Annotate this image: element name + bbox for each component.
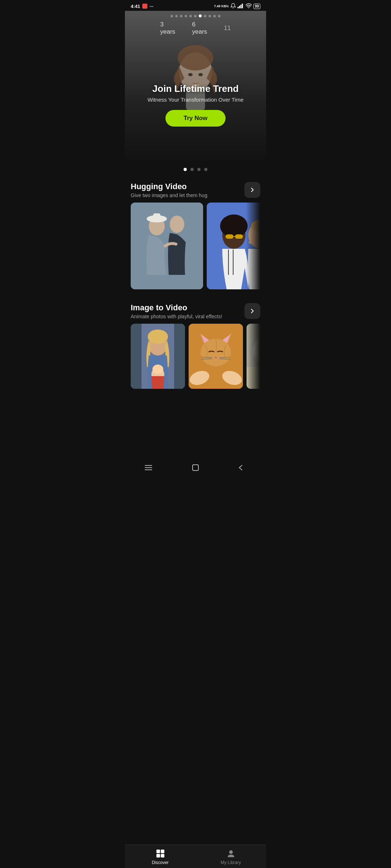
itv-text: Image to Video Animate photos with playf…	[131, 303, 222, 319]
hug-couple-1-icon	[131, 203, 203, 289]
svg-rect-4	[242, 4, 243, 8]
svg-rect-53	[247, 367, 260, 389]
carousel-dot-3[interactable]	[204, 168, 207, 171]
hugging-arrow-button[interactable]	[244, 182, 260, 198]
itv-image-row	[131, 324, 260, 392]
svg-point-11	[198, 73, 203, 76]
dot-4	[189, 15, 192, 17]
hero-subtitle: Witness Your Transformation Over Time	[125, 97, 266, 103]
hug-couple-2-icon	[207, 203, 260, 289]
hugging-video-section: Hugging Video Give two images and let th…	[125, 175, 266, 296]
svg-rect-3	[240, 5, 241, 8]
android-navbar	[125, 460, 266, 476]
svg-point-9	[178, 45, 214, 71]
hugging-title: Hugging Video	[131, 182, 207, 191]
dot-9	[213, 15, 216, 17]
svg-point-12	[194, 78, 197, 80]
svg-point-36	[148, 329, 168, 344]
svg-rect-34	[174, 324, 185, 389]
woman-baby-icon	[131, 324, 185, 389]
image-to-video-section: Image to Video Animate photos with playf…	[125, 296, 266, 395]
itv-card-3[interactable]	[247, 324, 260, 389]
robot-sphere-icon	[247, 324, 260, 389]
svg-point-42	[201, 339, 231, 366]
svg-point-17	[170, 216, 184, 233]
record-icon	[142, 4, 147, 9]
svg-rect-65	[193, 465, 198, 471]
itv-title: Image to Video	[131, 303, 222, 312]
menu-dots: ···	[150, 4, 154, 9]
hamburger-icon[interactable]	[144, 465, 152, 471]
bell-icon	[230, 3, 236, 9]
hugging-card-2[interactable]	[207, 203, 260, 289]
hugging-images-wrapper	[131, 203, 260, 293]
svg-point-20	[220, 214, 248, 238]
time: 4:41	[131, 4, 140, 9]
svg-rect-2	[239, 6, 240, 8]
itv-desc: Animate photos with playful, viral effec…	[131, 314, 222, 319]
try-now-button[interactable]: Try Now	[165, 110, 226, 127]
itv-card-2[interactable]	[189, 324, 243, 389]
svg-point-5	[248, 8, 249, 8]
battery: 99	[253, 4, 260, 9]
hugging-image-row	[131, 203, 260, 293]
hero-top-dots	[171, 14, 220, 17]
dot-5	[194, 15, 197, 17]
hero-section: 3 years 6 years 11	[125, 11, 266, 163]
hugging-header: Hugging Video Give two images and let th…	[131, 182, 260, 198]
status-bar: 4:41 ··· 7.49 KB/s	[125, 0, 266, 11]
dot-2	[180, 15, 182, 17]
status-left: 4:41 ···	[131, 4, 154, 9]
svg-rect-33	[131, 324, 142, 389]
hugging-desc: Give two images and let them hug	[131, 192, 207, 198]
carousel-dot-2[interactable]	[197, 168, 201, 171]
dot-3	[185, 15, 187, 17]
svg-rect-1	[237, 7, 239, 8]
data-speed: 7.49 KB/s	[214, 4, 229, 8]
itv-images-wrapper	[131, 324, 260, 392]
main-content: Hugging Video Give two images and let th…	[125, 175, 266, 431]
dot-7	[204, 15, 206, 17]
signal-icon	[237, 3, 244, 9]
svg-rect-21	[226, 234, 234, 239]
hero-title: Join Lifetime Trend	[125, 83, 266, 94]
carousel-dot-1[interactable]	[190, 168, 194, 171]
age-label-6: 6 years	[192, 21, 210, 35]
svg-rect-16	[153, 213, 160, 220]
itv-header: Image to Video Animate photos with playf…	[131, 303, 260, 319]
hero-text-block: Join Lifetime Trend Witness Your Transfo…	[125, 83, 266, 127]
hugging-card-1[interactable]	[131, 203, 203, 289]
dot-6	[199, 14, 202, 17]
svg-point-38	[152, 365, 163, 374]
svg-point-10	[188, 73, 193, 76]
dot-1	[175, 15, 178, 17]
back-arrow-icon[interactable]	[239, 464, 247, 471]
itv-card-1[interactable]	[131, 324, 185, 389]
cat-held-icon	[189, 324, 243, 389]
dot-8	[209, 15, 211, 17]
carousel-dot-0[interactable]	[184, 168, 187, 171]
age-labels: 3 years 6 years 11	[160, 21, 231, 35]
dot-0	[171, 15, 173, 17]
status-right: 7.49 KB/s	[214, 3, 260, 9]
itv-arrow-button[interactable]	[244, 303, 260, 319]
carousel-dots	[125, 163, 266, 175]
arrow-right-icon	[249, 186, 256, 193]
svg-rect-22	[235, 234, 243, 239]
hugging-text: Hugging Video Give two images and let th…	[131, 182, 207, 198]
dot-10	[218, 15, 220, 17]
age-label-3: 3 years	[160, 21, 178, 35]
home-square-icon[interactable]	[192, 464, 199, 471]
age-label-11: 11	[224, 25, 231, 32]
wifi-icon	[245, 3, 252, 9]
arrow-right-icon-2	[249, 307, 256, 315]
